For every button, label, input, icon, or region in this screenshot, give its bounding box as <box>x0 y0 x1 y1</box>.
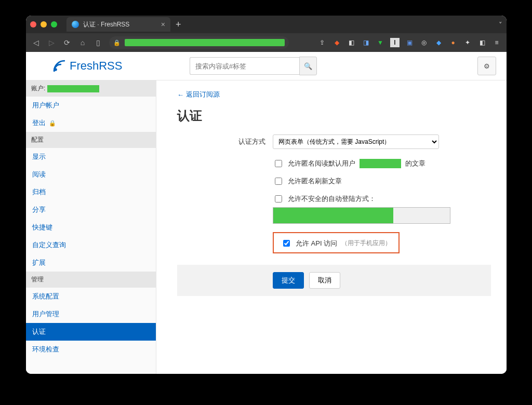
sidebar-item-label: 环境检查 <box>32 345 59 354</box>
ext-icon-5[interactable]: ▣ <box>405 38 414 47</box>
browser-window: 认证 · FreshRSS × + ˅ ◁ ▷ ⟳ ⌂ ▯ 🔒 ⇪ ◆ ◧ ◨ … <box>26 16 507 374</box>
sidebar-section-admin: 管理 <box>26 272 156 288</box>
sidebar-item-label: 分享 <box>32 205 46 214</box>
sidebar-item-authentication[interactable]: 认证 <box>26 323 156 341</box>
sidebar-item-share[interactable]: 分享 <box>26 201 156 219</box>
tab-favicon <box>72 21 79 28</box>
sidebar-item-user-management[interactable]: 用户管理 <box>26 305 156 323</box>
back-icon[interactable]: ◁ <box>31 38 41 47</box>
unsafe-autologin-checkbox[interactable] <box>275 195 282 203</box>
ext-icon-1[interactable]: ◧ <box>347 38 356 47</box>
search-icon: 🔍 <box>304 62 312 70</box>
sidebar-item-display[interactable]: 显示 <box>26 148 156 166</box>
app-name: FreshRSS <box>70 59 122 73</box>
ext-icon-6[interactable]: ◎ <box>419 38 429 47</box>
tab-title: 认证 · FreshRSS <box>83 20 129 29</box>
autologin-url-field[interactable] <box>273 207 450 224</box>
ext-icon-3[interactable]: ▼ <box>376 38 385 47</box>
settings-button[interactable]: ⚙ <box>477 57 496 75</box>
form-actions: 提交 取消 <box>177 265 491 296</box>
anon-read-checkbox[interactable] <box>275 160 282 167</box>
gear-icon: ⚙ <box>484 62 490 70</box>
unsafe-autologin-option[interactable]: 允许不安全的自动登陆方式： <box>273 194 491 204</box>
account-section-label: 账户: <box>31 84 45 93</box>
sidebar-toggle-icon[interactable]: ◧ <box>477 38 487 47</box>
sidebar-item-custom-queries[interactable]: 自定义查询 <box>26 236 156 254</box>
ext-icon-8[interactable]: ● <box>448 38 458 47</box>
unsafe-autologin-label: 允许不安全的自动登陆方式： <box>288 194 376 204</box>
app-content: FreshRSS 🔍 ⚙ 账户: <box>26 52 507 374</box>
auth-method-select[interactable]: 网页表单（传统方式，需要 JavaScript） <box>273 134 439 149</box>
minimize-window-button[interactable] <box>41 21 47 28</box>
close-tab-icon[interactable]: × <box>161 20 165 29</box>
api-access-hint: （用于手机应用） <box>341 239 391 248</box>
sidebar-item-archive[interactable]: 归档 <box>26 183 156 201</box>
lock-icon: 🔒 <box>113 39 121 46</box>
sidebar: 账户: 用户帐户 登出 🔒 配置 显示 阅读 归档 <box>26 80 156 374</box>
row-options: 允许匿名阅读默认用户 的文章 允许匿名刷新文章 允许不安全的自动登陆方式： <box>177 158 491 263</box>
cancel-button-label: 取消 <box>318 276 331 285</box>
chevron-down-icon[interactable]: ˅ <box>499 21 502 29</box>
search-input[interactable] <box>190 57 299 75</box>
browser-tab[interactable]: 认证 · FreshRSS × <box>66 17 170 32</box>
fullscreen-window-button[interactable] <box>51 21 57 28</box>
sidebar-item-label: 用户管理 <box>32 309 59 319</box>
svg-point-0 <box>54 68 57 71</box>
anon-read-suffix: 的文章 <box>405 159 425 168</box>
submit-button[interactable]: 提交 <box>273 272 304 289</box>
home-icon[interactable]: ⌂ <box>78 38 87 47</box>
sidebar-item-extensions[interactable]: 扩展 <box>26 254 156 272</box>
close-window-button[interactable] <box>30 21 36 28</box>
bookmark-icon[interactable]: ▯ <box>94 38 103 47</box>
submit-button-label: 提交 <box>282 276 295 285</box>
share-icon[interactable]: ⇪ <box>317 38 327 47</box>
sidebar-item-label: 用户帐户 <box>32 101 59 110</box>
sidebar-item-label: 扩展 <box>32 258 46 267</box>
address-bar[interactable]: 🔒 <box>109 36 289 49</box>
extensions-icon[interactable]: ✦ <box>463 38 472 47</box>
sidebar-item-shortcuts[interactable]: 快捷键 <box>26 219 156 236</box>
anon-refresh-option[interactable]: 允许匿名刷新文章 <box>273 176 491 186</box>
sidebar-item-label: 自定义查询 <box>32 240 66 250</box>
api-access-label: 允许 API 访问 <box>296 239 337 248</box>
forward-icon[interactable]: ▷ <box>47 38 56 47</box>
toolbar-icons: ⇪ ◆ ◧ ◨ ▼ I ▣ ◎ ◆ ● ✦ ◧ ≡ <box>317 38 501 47</box>
anon-refresh-checkbox[interactable] <box>275 178 282 185</box>
browser-toolbar: ◁ ▷ ⟳ ⌂ ▯ 🔒 ⇪ ◆ ◧ ◨ ▼ I ▣ ◎ ◆ ● ✦ ◧ <box>26 33 507 52</box>
new-tab-button[interactable]: + <box>176 20 181 29</box>
sidebar-item-label: 归档 <box>32 187 46 197</box>
url-redacted <box>125 39 285 46</box>
anon-refresh-label: 允许匿名刷新文章 <box>288 177 342 186</box>
sidebar-item-system-config[interactable]: 系统配置 <box>26 288 156 305</box>
rss-icon <box>52 59 66 73</box>
back-to-feeds-link[interactable]: ← 返回订阅源 <box>177 90 220 99</box>
cancel-button[interactable]: 取消 <box>309 272 340 289</box>
sidebar-section-account: 账户: <box>26 80 156 97</box>
ext-icon-2[interactable]: ◨ <box>361 38 370 47</box>
search-button[interactable]: 🔍 <box>299 57 317 75</box>
api-access-checkbox[interactable] <box>283 240 290 247</box>
ext-icon-7[interactable]: ◆ <box>434 38 443 47</box>
sidebar-item-label: 快捷键 <box>32 223 52 232</box>
app-logo[interactable]: FreshRSS <box>52 59 122 73</box>
anon-read-option[interactable]: 允许匿名阅读默认用户 的文章 <box>273 158 491 169</box>
ext-icon-4[interactable]: I <box>390 38 400 47</box>
reload-icon[interactable]: ⟳ <box>62 38 72 47</box>
sidebar-item-logout[interactable]: 登出 🔒 <box>26 114 156 132</box>
browser-tabstrip: 认证 · FreshRSS × + ˅ <box>26 16 507 33</box>
shield-icon[interactable]: ◆ <box>332 38 341 47</box>
sidebar-item-label: 系统配置 <box>32 292 59 301</box>
anon-read-prefix: 允许匿名阅读默认用户 <box>288 159 355 168</box>
sidebar-item-reading[interactable]: 阅读 <box>26 166 156 183</box>
sidebar-item-env-check[interactable]: 环境检查 <box>26 341 156 358</box>
menu-icon[interactable]: ≡ <box>492 38 501 47</box>
back-link-label: 返回订阅源 <box>186 90 220 99</box>
lock-icon: 🔒 <box>49 120 56 127</box>
sidebar-item-label: 认证 <box>32 327 46 336</box>
config-section-label: 配置 <box>31 136 44 144</box>
sidebar-item-label: 阅读 <box>32 170 46 179</box>
main-panel: ← 返回订阅源 认证 认证方式 网页表单（传统方式，需要 JavaScript） <box>156 80 507 374</box>
sidebar-section-config: 配置 <box>26 132 156 148</box>
window-controls <box>30 21 57 28</box>
sidebar-item-user-account[interactable]: 用户帐户 <box>26 97 156 114</box>
